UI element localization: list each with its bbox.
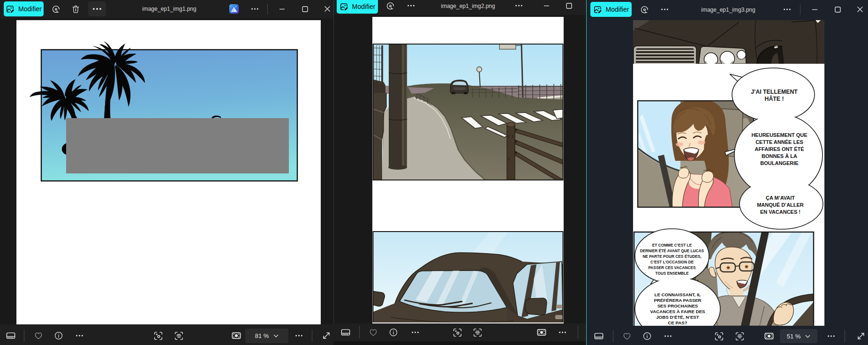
svg-text:HEUREUSEMENT QUE: HEUREUSEMENT QUE (751, 132, 807, 138)
svg-text:AFFAIRES ONT ÉTÉ: AFFAIRES ONT ÉTÉ (755, 146, 804, 152)
svg-text:SES PROCHAINES: SES PROCHAINES (657, 303, 698, 308)
svg-text:NE PARTE POUR CES ÉTUDES,: NE PARTE POUR CES ÉTUDES, (642, 254, 701, 259)
svg-text:CETTE ANNÉE LES: CETTE ANNÉE LES (755, 139, 803, 145)
svg-text:J’AI TELLEMENT: J’AI TELLEMENT (751, 89, 798, 95)
svg-text:PASSER CES VACANCES: PASSER CES VACANCES (648, 265, 696, 270)
svg-text:TOUS ENSEMBLE: TOUS ENSEMBLE (655, 271, 689, 276)
svg-text:BONNES À LA: BONNES À LA (762, 153, 797, 159)
svg-text:VACANCES À FAIRE DES: VACANCES À FAIRE DES (650, 309, 705, 314)
svg-text:PRÉFÉRERA PASSER: PRÉFÉRERA PASSER (654, 298, 701, 303)
svg-text:JOBS D’ÉTÉ, N’EST: JOBS D’ÉTÉ, N’EST (656, 315, 699, 320)
svg-text:CE PAS?: CE PAS? (668, 320, 687, 325)
svg-text:DERNIER ÉTÉ AVANT QUE LUCAS: DERNIER ÉTÉ AVANT QUE LUCAS (640, 248, 704, 253)
svg-text:ET COMME C’EST LE: ET COMME C’EST LE (652, 243, 692, 248)
svg-text:LE CONNAISSANT, IL: LE CONNAISSANT, IL (654, 292, 701, 297)
svg-text:ÇA M’AVAIT: ÇA M’AVAIT (766, 195, 795, 201)
svg-text:BOULANGERIE: BOULANGERIE (760, 160, 798, 166)
svg-text:EN VACANCES !: EN VACANCES ! (760, 209, 800, 215)
svg-text:HÂTE !: HÂTE ! (765, 95, 784, 102)
svg-text:MANQUÉ D’ALLER: MANQUÉ D’ALLER (757, 202, 804, 208)
svg-text:C’EST L’OCCASION DE: C’EST L’OCCASION DE (650, 260, 694, 264)
